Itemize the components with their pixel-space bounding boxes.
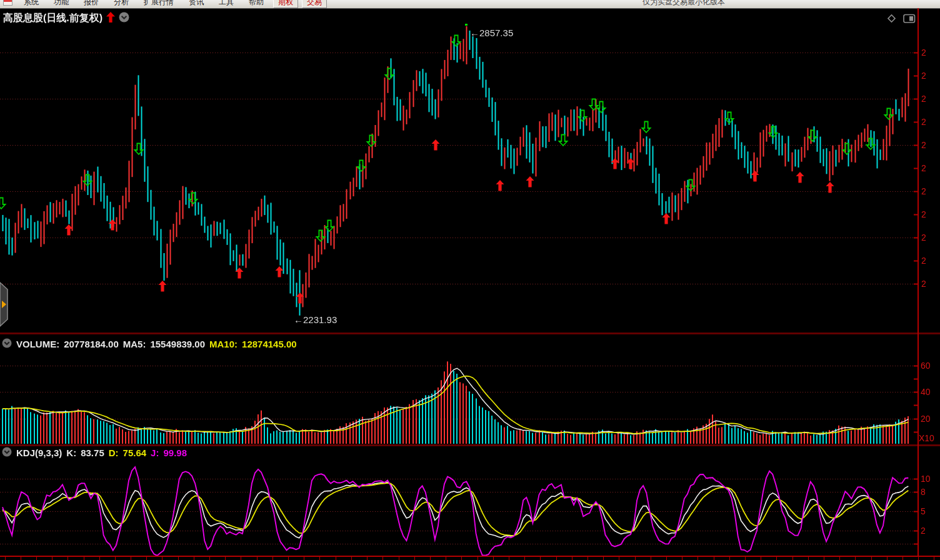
split-rect-icon[interactable] — [903, 14, 916, 26]
collapse-main-chevron-down-icon[interactable] — [119, 12, 129, 25]
diamond-icon[interactable] — [886, 13, 897, 26]
chart-canvas[interactable] — [0, 0, 940, 560]
collapse-volume-chevron-down-icon[interactable] — [2, 338, 12, 350]
collapse-kdj-chevron-down-icon[interactable] — [2, 447, 12, 459]
trading-app-window: 系统功能报价分析扩展行情资讯工具帮助期权交易 仅为实盘交易最小化版本 高股息股(… — [0, 0, 940, 560]
